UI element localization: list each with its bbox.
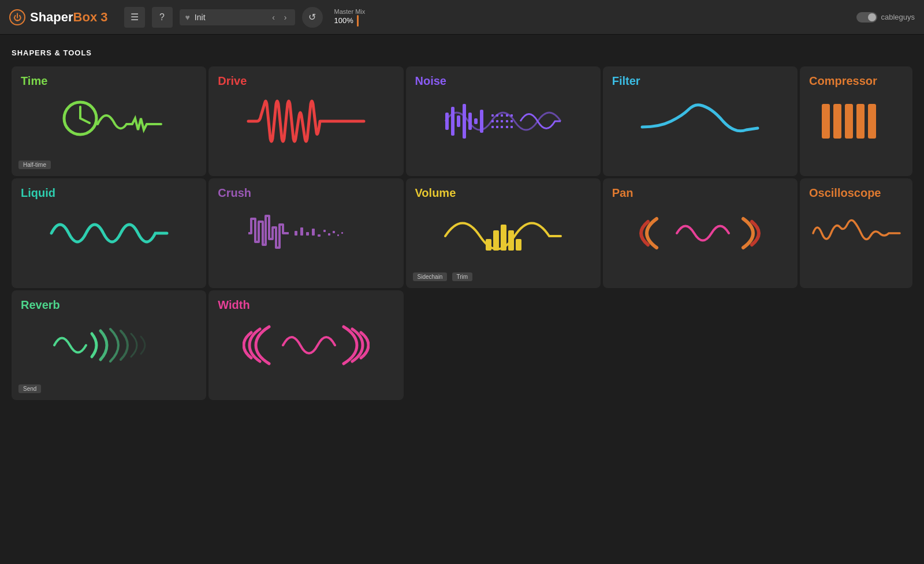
tool-card-drive[interactable]: Drive bbox=[208, 66, 403, 176]
tool-title-filter: Filter bbox=[612, 74, 788, 88]
tool-visual-liquid bbox=[21, 204, 197, 262]
brand-label: cableguys bbox=[881, 13, 915, 21]
svg-rect-27 bbox=[306, 232, 309, 236]
svg-rect-25 bbox=[295, 231, 297, 236]
tool-card-compressor[interactable]: Compressor bbox=[800, 66, 912, 176]
svg-rect-10 bbox=[491, 114, 494, 117]
tool-visual-reverb bbox=[21, 316, 197, 374]
tool-title-width: Width bbox=[218, 298, 394, 312]
tool-card-oscilloscope[interactable]: Oscilloscope bbox=[800, 178, 912, 288]
tool-card-liquid[interactable]: Liquid bbox=[12, 178, 206, 288]
favorite-icon[interactable]: ♥ bbox=[185, 13, 190, 22]
tool-visual-noise bbox=[415, 92, 591, 150]
section-title: SHAPERS & TOOLS bbox=[12, 48, 912, 57]
svg-rect-39 bbox=[516, 239, 521, 251]
master-mix-label: Master Mix bbox=[334, 8, 366, 15]
svg-rect-17 bbox=[496, 126, 498, 128]
svg-rect-14 bbox=[496, 120, 498, 122]
logo-area: ShaperShaperBoxBox 3 bbox=[9, 9, 108, 25]
tool-card-noise[interactable]: Noise bbox=[406, 66, 601, 176]
volume-badge-sidechain: Sidechain bbox=[413, 272, 448, 281]
svg-rect-26 bbox=[300, 227, 303, 236]
tool-card-filter[interactable]: Filter bbox=[603, 66, 798, 176]
volume-badge-trim: Trim bbox=[452, 272, 473, 281]
tool-card-crush[interactable]: Crush bbox=[208, 178, 403, 288]
svg-rect-5 bbox=[457, 115, 460, 127]
svg-rect-8 bbox=[474, 118, 478, 124]
svg-rect-31 bbox=[328, 233, 330, 236]
master-mix-value: 100% bbox=[334, 16, 353, 25]
svg-rect-36 bbox=[493, 230, 499, 251]
menu-button[interactable]: ☰ bbox=[124, 7, 145, 28]
svg-rect-4 bbox=[451, 107, 454, 136]
tool-title-pan: Pan bbox=[612, 186, 788, 200]
header: ShaperShaperBoxBox 3 ☰ ? ♥ Init ‹ › ↺ Ma… bbox=[0, 0, 924, 35]
svg-rect-42 bbox=[845, 104, 853, 139]
svg-rect-20 bbox=[511, 114, 513, 117]
svg-rect-30 bbox=[323, 230, 326, 232]
power-button[interactable] bbox=[9, 9, 25, 25]
app-version: 3 bbox=[100, 10, 107, 24]
svg-rect-33 bbox=[337, 234, 339, 236]
svg-rect-18 bbox=[501, 126, 503, 128]
svg-line-2 bbox=[80, 118, 90, 123]
svg-rect-38 bbox=[508, 230, 514, 251]
refresh-button[interactable]: ↺ bbox=[302, 7, 323, 28]
preset-prev-button[interactable]: ‹ bbox=[270, 12, 277, 23]
svg-rect-16 bbox=[491, 126, 494, 128]
dark-mode-toggle[interactable] bbox=[856, 12, 877, 23]
help-button[interactable]: ? bbox=[152, 7, 173, 28]
tool-card-pan[interactable]: Pan bbox=[603, 178, 798, 288]
tool-visual-filter bbox=[612, 92, 788, 150]
tool-visual-time bbox=[21, 92, 197, 150]
tool-title-time: Time bbox=[21, 74, 197, 88]
svg-rect-12 bbox=[501, 114, 503, 117]
svg-rect-35 bbox=[486, 239, 491, 251]
master-mix-control: Master Mix 100% bbox=[334, 8, 366, 27]
tool-card-time[interactable]: Time Half-time bbox=[12, 66, 206, 176]
tool-card-reverb[interactable]: Reverb Send bbox=[12, 290, 206, 400]
svg-rect-13 bbox=[491, 120, 494, 122]
reverb-badge: Send bbox=[18, 384, 41, 393]
tool-visual-oscilloscope bbox=[809, 204, 903, 262]
tool-title-crush: Crush bbox=[218, 186, 394, 200]
svg-rect-21 bbox=[506, 120, 508, 122]
svg-rect-22 bbox=[511, 120, 513, 122]
svg-rect-32 bbox=[333, 231, 335, 233]
tool-title-reverb: Reverb bbox=[21, 298, 197, 312]
svg-rect-41 bbox=[833, 104, 841, 139]
app-logo: ShaperShaperBoxBox 3 bbox=[30, 10, 108, 25]
tool-visual-compressor bbox=[809, 92, 903, 150]
mix-level-bar bbox=[357, 15, 359, 27]
tool-title-volume: Volume bbox=[415, 186, 591, 200]
preset-selector: ♥ Init ‹ › bbox=[180, 9, 295, 25]
tool-visual-crush bbox=[218, 204, 394, 262]
svg-rect-37 bbox=[501, 225, 506, 251]
svg-rect-19 bbox=[506, 114, 508, 117]
tool-title-oscilloscope: Oscilloscope bbox=[809, 186, 903, 200]
svg-rect-11 bbox=[496, 114, 498, 117]
tool-title-liquid: Liquid bbox=[21, 186, 197, 200]
main-content: SHAPERS & TOOLS Time Half-time bbox=[0, 35, 924, 414]
svg-rect-24 bbox=[511, 126, 513, 128]
svg-rect-28 bbox=[312, 229, 315, 236]
preset-next-button[interactable]: › bbox=[282, 12, 289, 23]
tool-title-drive: Drive bbox=[218, 74, 394, 88]
tool-card-width[interactable]: Width bbox=[208, 290, 403, 400]
tool-card-volume[interactable]: Volume Sidechain Trim bbox=[406, 178, 601, 288]
preset-name: Init bbox=[195, 13, 265, 22]
tool-visual-volume bbox=[415, 204, 591, 262]
tool-title-compressor: Compressor bbox=[809, 74, 903, 88]
app-name: Shaper bbox=[30, 10, 73, 24]
side-tools-grid: Compressor Oscilloscope bbox=[800, 66, 912, 400]
svg-rect-34 bbox=[341, 232, 343, 234]
svg-rect-43 bbox=[856, 104, 865, 139]
tool-title-noise: Noise bbox=[415, 74, 591, 88]
svg-rect-29 bbox=[318, 234, 321, 237]
theme-toggle: cableguys bbox=[856, 12, 915, 23]
time-badge: Half-time bbox=[18, 160, 51, 169]
svg-rect-15 bbox=[501, 120, 503, 122]
tool-visual-width bbox=[218, 316, 394, 374]
svg-rect-40 bbox=[822, 104, 830, 139]
tool-visual-pan bbox=[612, 204, 788, 262]
